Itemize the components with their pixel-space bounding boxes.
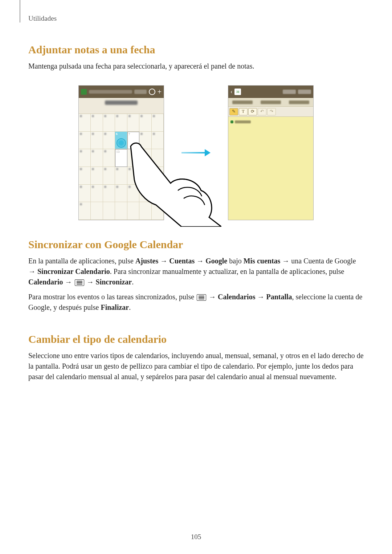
bold-cuentas: Cuentas: [169, 257, 195, 265]
save-button-blur: [298, 90, 311, 94]
para-adjuntar-notas: Mantenga pulsada una fecha para seleccio…: [28, 61, 364, 71]
notes-toolbar: ✎ T ⟳ ↶ ↷: [228, 107, 313, 117]
bold-ajustes: Ajustes: [135, 257, 158, 265]
pen-tool-icon: ✎: [229, 108, 238, 115]
figure-row: + 6 7 13: [28, 85, 364, 220]
para-sincronizar-2: Para mostrar los eventos o las tareas si…: [28, 292, 364, 313]
notes-app-bar: ‹ 31: [228, 86, 313, 98]
arrow-glyph: →: [255, 293, 266, 301]
heading-adjuntar-notas: Adjuntar notas a una fecha: [28, 44, 364, 56]
bold-sincronizar-calendario: Sincronizar Calendario: [37, 267, 110, 275]
app-icon: [81, 89, 87, 95]
calendar-month-row: [79, 98, 164, 107]
bold-sincronizar: Sincronizar: [96, 278, 132, 286]
hand-illustration: [123, 140, 221, 227]
notes-canvas: [228, 126, 313, 220]
bold-calendarios: Calendarios: [218, 293, 255, 301]
page-content: Utilidades Adjuntar notas a una fecha Ma…: [0, 0, 392, 382]
calendar-app-bar: +: [79, 86, 164, 98]
text: Para mostrar los eventos o las tareas si…: [28, 293, 196, 301]
notes-tabs: [228, 98, 313, 107]
arrow-glyph: →: [63, 278, 74, 286]
notes-date-tag: [228, 117, 313, 126]
bold-google: Google: [205, 257, 227, 265]
bold-pantalla: Pantalla: [266, 293, 292, 301]
bold-calendario: Calendario: [28, 278, 63, 286]
page-number: 105: [0, 533, 392, 541]
text: .: [129, 303, 131, 311]
text-tool-icon: T: [239, 108, 248, 115]
heading-cambiar-tipo: Cambiar el tipo de calendario: [28, 333, 364, 345]
tag-label-blur: [235, 120, 251, 123]
back-icon: ‹: [230, 89, 232, 95]
heading-sincronizar-google: Sincronizar con Google Calendar: [28, 238, 364, 251]
tag-color-icon: [230, 120, 233, 123]
redo-icon: ↷: [267, 108, 276, 115]
month-label-blur: [105, 100, 138, 105]
bold-mis-cuentas: Mis cuentas: [244, 257, 281, 265]
text: . Para sincronizar manualmente y actuali…: [110, 267, 344, 275]
menu-icon: [197, 294, 206, 301]
screenshot-notes-panel: ‹ 31 ✎ T ⟳ ↶ ↷: [228, 85, 314, 220]
app-title-blur: [89, 90, 132, 94]
clock-icon: [149, 89, 155, 95]
text: .: [132, 278, 134, 286]
running-head: Utilidades: [28, 15, 364, 22]
arrow-glyph: →: [207, 293, 218, 301]
today-button-blur: [134, 90, 147, 94]
menu-icon: [75, 279, 84, 286]
plus-icon: +: [158, 88, 162, 95]
arrow-glyph: →: [158, 257, 169, 265]
tab-add-memo-blur: [289, 100, 309, 104]
para-cambiar-tipo: Seleccione uno entre varios tipos de cal…: [28, 350, 364, 382]
text: bajo: [227, 257, 243, 265]
tab-add-event-blur: [232, 100, 253, 104]
eraser-tool-icon: ⟳: [248, 108, 257, 115]
arrow-glyph: →: [195, 257, 205, 265]
undo-icon: ↶: [258, 108, 266, 115]
arrow-glyph: →: [85, 278, 96, 286]
text: En la pantalla de aplicaciones, pulse: [28, 257, 135, 265]
tab-add-task-blur: [261, 100, 281, 104]
para-sincronizar-1: En la pantalla de aplicaciones, pulse Aj…: [28, 256, 364, 287]
bold-finalizar: Finalizar: [101, 303, 129, 311]
cancel-button-blur: [283, 90, 296, 94]
calendar-weekday-row: [79, 107, 164, 114]
calendar-date-icon: 31: [234, 89, 241, 95]
